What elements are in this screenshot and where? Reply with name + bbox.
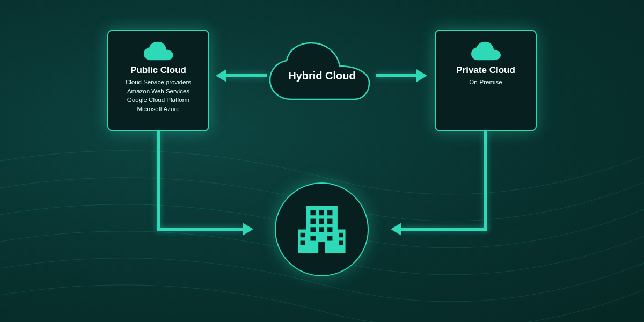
public-cloud-item: Google Cloud Platform — [126, 96, 191, 105]
svg-rect-14 — [318, 242, 325, 253]
svg-rect-9 — [311, 227, 316, 232]
svg-rect-13 — [327, 236, 332, 240]
public-cloud-item: Microsoft Azure — [126, 105, 191, 114]
arrow-hybrid-to-public — [225, 74, 267, 77]
private-cloud-card: Private Cloud On-Premise — [435, 30, 537, 131]
private-cloud-title: Private Cloud — [456, 65, 515, 76]
svg-rect-3 — [311, 210, 316, 215]
svg-rect-10 — [319, 227, 324, 232]
svg-rect-12 — [311, 236, 316, 240]
svg-rect-15 — [301, 233, 305, 237]
public-cloud-subtitle: Cloud Service providers Amazon Web Servi… — [126, 78, 191, 114]
organization-node — [275, 182, 369, 276]
svg-rect-11 — [327, 227, 332, 232]
hybrid-cloud-node: Hybrid Cloud — [266, 40, 378, 105]
private-cloud-subtitle: On-Premise — [469, 78, 502, 87]
cloud-icon — [471, 41, 501, 61]
svg-rect-8 — [327, 219, 332, 224]
public-cloud-providers-label: Cloud Service providers — [126, 78, 191, 87]
svg-rect-6 — [311, 219, 316, 224]
building-icon — [294, 201, 350, 258]
hybrid-cloud-title: Hybrid Cloud — [288, 70, 356, 82]
arrow-hybrid-to-private — [376, 74, 418, 77]
svg-rect-7 — [319, 219, 324, 224]
public-cloud-card: Public Cloud Cloud Service providers Ama… — [107, 30, 209, 131]
cloud-icon — [144, 41, 173, 61]
svg-rect-16 — [301, 241, 305, 245]
public-cloud-title: Public Cloud — [130, 65, 186, 76]
svg-rect-18 — [339, 241, 343, 245]
svg-rect-5 — [327, 210, 332, 215]
svg-rect-4 — [319, 210, 324, 215]
svg-rect-17 — [339, 233, 343, 237]
public-cloud-item: Amazon Web Services — [126, 87, 191, 96]
